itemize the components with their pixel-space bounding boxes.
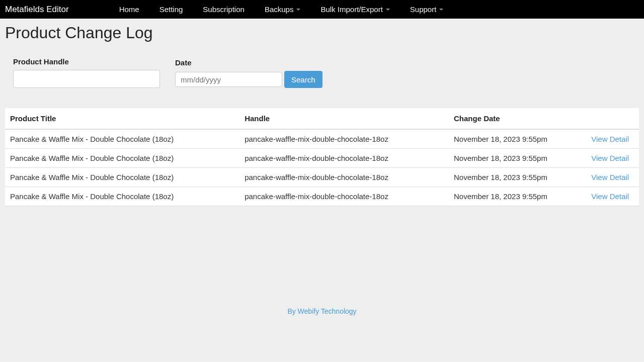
table-row: Pancake & Waffle Mix - Double Chocolate … — [5, 149, 639, 168]
date-input[interactable] — [175, 72, 282, 87]
filter-handle-label: Product Handle — [13, 57, 160, 66]
cell-date: November 18, 2023 9:55pm — [449, 187, 582, 206]
cell-handle: pancake-waffle-mix-double-chocolate-18oz — [239, 129, 449, 149]
cell-date: November 18, 2023 9:55pm — [449, 129, 582, 149]
product-handle-input[interactable] — [13, 70, 160, 88]
filter-date-row: Search — [175, 71, 323, 88]
nav-bulk[interactable]: Bulk Import/Export — [320, 5, 389, 14]
col-date: Change Date — [449, 108, 582, 129]
cell-handle: pancake-waffle-mix-double-chocolate-18oz — [239, 168, 449, 187]
nav-backups[interactable]: Backups — [265, 5, 301, 14]
nav-subscription[interactable]: Subscription — [203, 5, 245, 14]
col-title: Product Title — [5, 108, 239, 129]
cell-handle: pancake-waffle-mix-double-chocolate-18oz — [239, 187, 449, 206]
nav-bulk-label: Bulk Import/Export — [320, 5, 382, 14]
view-detail-link[interactable]: View Detail — [582, 168, 639, 187]
cell-date: November 18, 2023 9:55pm — [449, 149, 582, 168]
change-log-table: Product Title Handle Change Date Pancake… — [5, 108, 639, 206]
cell-date: November 18, 2023 9:55pm — [449, 168, 582, 187]
nav-items: Home Setting Subscription Backups Bulk I… — [119, 5, 444, 14]
filter-handle-group: Product Handle — [13, 57, 160, 88]
footer: By Webify Technology — [5, 307, 639, 316]
brand-title: Metafields Editor — [5, 5, 69, 15]
nav-support[interactable]: Support — [410, 5, 444, 14]
search-button[interactable]: Search — [284, 71, 323, 88]
cell-title: Pancake & Waffle Mix - Double Chocolate … — [5, 187, 239, 206]
footer-link[interactable]: By Webify Technology — [287, 307, 356, 315]
nav-backups-label: Backups — [265, 5, 294, 14]
filters-row: Product Handle Date Search — [5, 57, 639, 88]
col-handle: Handle — [239, 108, 449, 129]
col-action — [582, 108, 639, 129]
nav-setting[interactable]: Setting — [159, 5, 183, 14]
table-row: Pancake & Waffle Mix - Double Chocolate … — [5, 168, 639, 187]
view-detail-link[interactable]: View Detail — [582, 149, 639, 168]
navbar: Metafields Editor Home Setting Subscript… — [0, 0, 644, 19]
table-row: Pancake & Waffle Mix - Double Chocolate … — [5, 129, 639, 149]
cell-title: Pancake & Waffle Mix - Double Chocolate … — [5, 168, 239, 187]
chevron-down-icon — [439, 9, 443, 11]
view-detail-link[interactable]: View Detail — [582, 129, 639, 149]
filter-date-group: Date Search — [175, 58, 323, 88]
page-content: Product Change Log Product Handle Date S… — [0, 19, 644, 321]
nav-home[interactable]: Home — [119, 5, 139, 14]
view-detail-link[interactable]: View Detail — [582, 187, 639, 206]
filter-date-label: Date — [175, 58, 323, 67]
table-header-row: Product Title Handle Change Date — [5, 108, 639, 129]
nav-support-label: Support — [410, 5, 437, 14]
cell-title: Pancake & Waffle Mix - Double Chocolate … — [5, 149, 239, 168]
chevron-down-icon — [296, 9, 300, 11]
cell-handle: pancake-waffle-mix-double-chocolate-18oz — [239, 149, 449, 168]
cell-title: Pancake & Waffle Mix - Double Chocolate … — [5, 129, 239, 149]
table-row: Pancake & Waffle Mix - Double Chocolate … — [5, 187, 639, 206]
page-title: Product Change Log — [5, 24, 639, 42]
chevron-down-icon — [386, 9, 390, 11]
